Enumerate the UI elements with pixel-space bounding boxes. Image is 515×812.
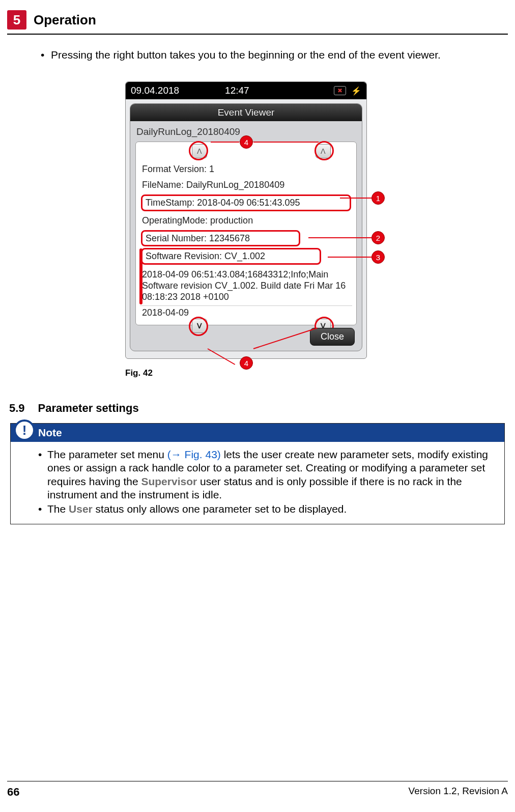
log-row-serial: Serial Number: 12345678 [146, 233, 250, 243]
log-panel: ᐱ ᐱ Format Version: 1 FileName: DailyRun… [135, 142, 357, 325]
callout-badge-2: 2 [371, 231, 385, 244]
scroll-top-button[interactable]: ᐱ [316, 144, 331, 158]
chevron-down-icon: ᐯ [197, 322, 202, 330]
chevron-up-icon: ᐱ [197, 148, 202, 155]
chapter-header: 5 Operation [0, 0, 515, 34]
intro-bullet-text: Pressing the right button takes you to t… [51, 49, 441, 61]
callout-badge-3: 3 [371, 250, 385, 264]
device-screen: 09.04.2018 12:47 ✖ ⚡ Event Viewer DailyR… [125, 81, 367, 359]
callout-box-2: Serial Number: 12345678 [141, 230, 300, 247]
note-b1-a: The parameter set menu [47, 449, 167, 460]
page-number: 66 [7, 786, 19, 799]
section-number: 5.9 [9, 402, 25, 415]
figure-42: 09.04.2018 12:47 ✖ ⚡ Event Viewer DailyR… [125, 81, 390, 378]
callout-badge-4-top: 4 [240, 135, 253, 149]
note-icon: ! [14, 419, 35, 441]
status-alert-icon: ✖ [334, 86, 346, 95]
log-row-filename: FileName: DailyRunLog_20180409 [140, 177, 352, 193]
note-b1-role: Supervisor [141, 475, 197, 487]
close-button[interactable]: Close [310, 328, 355, 346]
note-block: ! Note • The parameter set menu (→ Fig. … [10, 423, 505, 524]
note-b2-role: User [69, 503, 93, 515]
scroll-indicator [139, 248, 142, 304]
callout-line-4-top-l [211, 142, 239, 143]
callout-badge-1: 1 [371, 191, 385, 205]
callout-line-3 [328, 257, 371, 258]
device-statusbar: 09.04.2018 12:47 ✖ ⚡ [126, 82, 366, 99]
log-row-swrev: Software Revision: CV_1.002 [146, 251, 265, 261]
callout-box-3: Software Revision: CV_1.002 [141, 248, 321, 265]
chapter-number-badge: 5 [7, 10, 26, 30]
callout-line-2 [308, 237, 371, 238]
log-row-opmode: OperatingMode: production [140, 213, 352, 229]
section-heading: 5.9 Parameter settings [0, 383, 515, 420]
intro-text: • Pressing the right button takes you to… [0, 35, 515, 61]
scroll-down-button[interactable]: ᐯ [192, 319, 207, 333]
note-b1-link[interactable]: (→ Fig. 43) [167, 449, 221, 460]
callout-badge-4-bot: 4 [240, 356, 253, 370]
note-b2-b: status only allows one parameter set to … [93, 503, 347, 515]
figure-caption: Fig. 42 [125, 368, 390, 378]
status-time: 12:47 [225, 85, 249, 96]
callout-line-1 [340, 198, 371, 199]
chevron-up-icon: ᐱ [321, 148, 326, 155]
note-b2-a: The [47, 503, 69, 515]
chapter-title: Operation [34, 12, 96, 28]
log-row-format: Format Version: 1 [140, 161, 352, 177]
status-date: 09.04.2018 [131, 85, 179, 96]
footer-rule [7, 781, 508, 781]
status-power-icon: ⚡ [351, 86, 361, 96]
note-body: • The parameter set menu (→ Fig. 43) let… [11, 442, 504, 524]
log-row-entry: 2018-04-09 06:51:43.084;16843312;Info;Ma… [140, 266, 352, 305]
callout-line-4-top-r [253, 142, 319, 143]
window-title: Event Viewer [130, 104, 362, 121]
note-heading: Note [11, 424, 504, 442]
doc-version: Version 1.2, Revision A [409, 786, 508, 799]
page-footer: 66 Version 1.2, Revision A [7, 781, 508, 799]
log-row-timestamp: TimeStamp: 2018-04-09 06:51:43.095 [146, 198, 300, 208]
callout-box-1: TimeStamp: 2018-04-09 06:51:43.095 [141, 194, 351, 211]
scroll-up-button[interactable]: ᐱ [192, 144, 207, 158]
section-title: Parameter settings [38, 402, 139, 415]
